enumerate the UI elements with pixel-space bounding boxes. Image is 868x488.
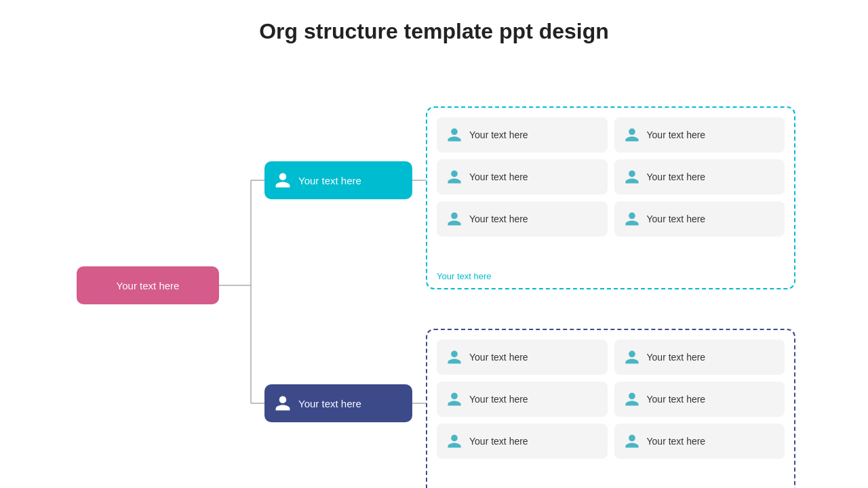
list-item[interactable]: Your text here bbox=[614, 382, 785, 417]
teal-group-label: Your text here bbox=[437, 271, 491, 281]
branch-node-navy[interactable]: Your text here bbox=[264, 384, 412, 422]
card-label: Your text here bbox=[469, 214, 528, 224]
list-item[interactable]: Your text here bbox=[437, 159, 608, 195]
list-item[interactable]: Your text here bbox=[614, 159, 785, 195]
person-icon bbox=[624, 211, 640, 227]
card-label: Your text here bbox=[647, 171, 706, 182]
person-icon bbox=[624, 127, 640, 143]
list-item[interactable]: Your text here bbox=[614, 117, 785, 152]
teal-group-box: Your text here Your text here Your text … bbox=[426, 106, 795, 289]
person-icon-navy bbox=[274, 394, 292, 412]
person-icon bbox=[446, 127, 462, 143]
person-icon bbox=[624, 349, 640, 365]
card-label: Your text here bbox=[647, 394, 706, 405]
list-item[interactable]: Your text here bbox=[614, 340, 785, 375]
root-label: Your text here bbox=[117, 280, 180, 291]
diagram-area: Your text here Your text here Your text … bbox=[0, 51, 868, 488]
list-item[interactable]: Your text here bbox=[437, 340, 608, 375]
list-item[interactable]: Your text here bbox=[437, 424, 608, 459]
branch-node-teal[interactable]: Your text here bbox=[264, 161, 412, 199]
card-label: Your text here bbox=[647, 214, 706, 224]
list-item[interactable]: Your text here bbox=[437, 117, 608, 152]
list-item[interactable]: Your text here bbox=[614, 424, 785, 459]
person-icon bbox=[624, 391, 640, 407]
navy-cards-grid: Your text here Your text here Your text … bbox=[437, 340, 785, 459]
person-icon bbox=[446, 169, 462, 185]
list-item[interactable]: Your text here bbox=[437, 201, 608, 237]
card-label: Your text here bbox=[469, 352, 528, 363]
list-item[interactable]: Your text here bbox=[614, 201, 785, 237]
card-label: Your text here bbox=[469, 394, 528, 405]
card-label: Your text here bbox=[469, 436, 528, 447]
branch-teal-label: Your text here bbox=[298, 175, 361, 186]
root-node[interactable]: Your text here bbox=[77, 266, 219, 304]
card-label: Your text here bbox=[469, 129, 528, 140]
person-icon bbox=[446, 391, 462, 407]
list-item[interactable]: Your text here bbox=[437, 382, 608, 417]
branch-navy-label: Your text here bbox=[298, 398, 361, 409]
page-title: Org structure template ppt design bbox=[0, 0, 868, 51]
card-label: Your text here bbox=[469, 171, 528, 182]
card-label: Your text here bbox=[647, 352, 706, 363]
card-label: Your text here bbox=[647, 129, 706, 140]
card-label: Your text here bbox=[647, 436, 706, 447]
person-icon bbox=[446, 433, 462, 449]
person-icon bbox=[624, 169, 640, 185]
navy-group-box: Your text here Your text here Your text … bbox=[426, 329, 795, 488]
teal-cards-grid: Your text here Your text here Your text … bbox=[437, 117, 785, 237]
person-icon bbox=[446, 211, 462, 227]
person-icon bbox=[624, 433, 640, 449]
person-icon bbox=[446, 349, 462, 365]
person-icon-teal bbox=[274, 171, 292, 189]
